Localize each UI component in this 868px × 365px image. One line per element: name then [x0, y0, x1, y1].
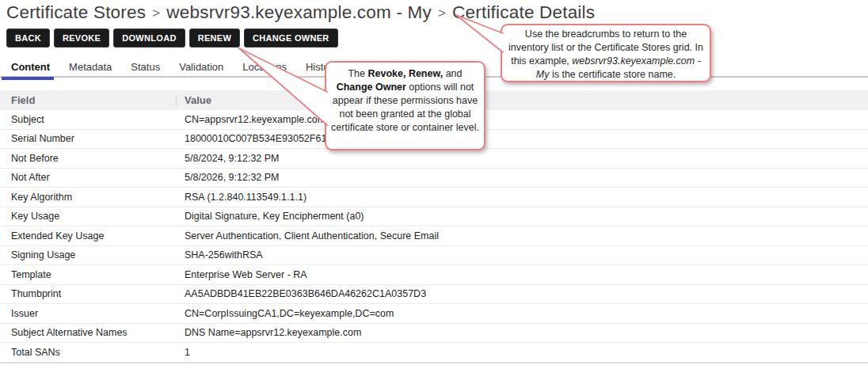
tab-metadata[interactable]: Metadata: [59, 59, 121, 76]
download-button[interactable]: DOWNLOAD: [113, 29, 185, 48]
revoke-button[interactable]: REVOKE: [54, 29, 109, 48]
column-header-field: Field: [0, 94, 176, 106]
active-tab-underline: [2, 77, 54, 80]
page-title: Certificate Details: [452, 2, 595, 23]
table-row-template: Template Enterprise Web Server - RA: [0, 265, 868, 285]
table-row-not-after: Not After 5/8/2026, 9:12:32 PM: [0, 169, 868, 188]
table-row-key-algorithm: Key Algorithm RSA (1.2.840.113549.1.1.1): [0, 188, 868, 207]
breadcrumb-separator-icon: >: [152, 5, 160, 21]
table-row-subject-alternative-names: Subject Alternative Names DNS Name=appsr…: [0, 324, 868, 344]
tab-validation[interactable]: Validation: [169, 59, 233, 76]
tab-status[interactable]: Status: [121, 59, 169, 76]
change-owner-button[interactable]: CHANGE OWNER: [244, 29, 338, 48]
table-row-not-before: Not Before 5/8/2024, 9:12:32 PM: [0, 149, 868, 169]
callout-permissions-note: The Revoke, Renew, and Change Owner opti…: [325, 61, 485, 150]
breadcrumb-item-store-name[interactable]: websrvr93.keyexample.com - My: [166, 2, 432, 23]
certificate-details-page: Certificate Stores > websrvr93.keyexampl…: [0, 0, 868, 365]
toolbar: BACK REVOKE DOWNLOAD RENEW CHANGE OWNER: [6, 29, 338, 48]
table-row-key-usage: Key Usage Digital Signature, Key Enciphe…: [0, 207, 868, 227]
table-row-signing-usage: Signing Usage SHA-256withRSA: [0, 246, 868, 266]
breadcrumb-item-certificate-stores[interactable]: Certificate Stores: [6, 2, 146, 23]
tab-content[interactable]: Content: [2, 59, 59, 76]
back-button[interactable]: BACK: [6, 29, 50, 48]
table-row-issuer: Issuer CN=CorpIssuingCA1,DC=keyexample,D…: [0, 304, 868, 324]
renew-button[interactable]: RENEW: [189, 29, 240, 48]
table-row-extended-key-usage: Extended Key Usage Server Authentication…: [0, 226, 868, 246]
breadcrumb: Certificate Stores > websrvr93.keyexampl…: [6, 0, 595, 25]
table-row-thumbprint: Thumbprint AA5ADBDB41EB22BE0363B646DA462…: [0, 285, 868, 305]
breadcrumb-separator-icon: >: [438, 5, 446, 21]
table-row-total-sans: Total SANs 1: [0, 343, 868, 363]
tab-locations[interactable]: Locations: [233, 59, 296, 76]
column-header-value: Value: [176, 94, 868, 106]
callout-breadcrumb-note: Use the breadcrumbs to return to the inv…: [501, 24, 711, 82]
